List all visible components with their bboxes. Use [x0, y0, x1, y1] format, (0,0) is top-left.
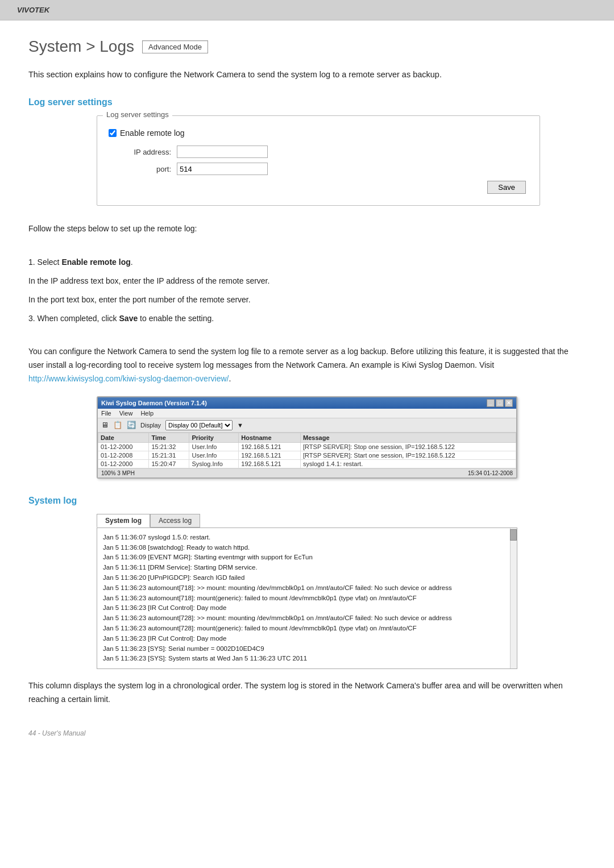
enable-remote-log-checkbox[interactable] [109, 129, 117, 137]
status-right: 15:34 01-12-2008 [468, 470, 513, 476]
cell-1-0: 01-12-2008 [98, 451, 149, 459]
steps-section: Follow the steps below to set up the rem… [28, 222, 586, 326]
toolbar-icon-1: 🖥 [101, 421, 109, 429]
kiwi-controls: _ □ ✕ [487, 399, 513, 407]
step2a: In the IP address text box, enter the IP… [28, 274, 586, 288]
log-line: Jan 5 11:36:08 [swatchdog]: Ready to wat… [103, 543, 511, 553]
close-button[interactable]: ✕ [505, 399, 513, 407]
log-line: Jan 5 11:36:23 automount[728]: >> mount:… [103, 613, 511, 624]
kiwi-titlebar: Kiwi Syslog Daemon (Version 7.1.4) _ □ ✕ [98, 397, 516, 409]
col-hostname: Hostname [239, 433, 301, 442]
log-line: Jan 5 11:36:23 automount[718]: >> mount:… [103, 583, 511, 593]
kiwi-table-container: Date Time Priority Hostname Message 01-1… [98, 433, 516, 468]
display-select[interactable]: Display 00 [Default] [165, 420, 233, 430]
ip-label: IP address: [109, 148, 177, 156]
cell-1-2: User.Info [189, 451, 239, 459]
port-input[interactable] [177, 163, 268, 175]
tab-access-log[interactable]: Access log [150, 514, 200, 528]
tab-system-log[interactable]: System log [97, 514, 150, 528]
kiwi-toolbar: 🖥 📋 🔄 Display Display 00 [Default] ▼ [98, 418, 516, 433]
table-row: 01-12-200815:21:31User.Info192.168.5.121… [98, 451, 516, 459]
log-line: Jan 5 11:36:23 automount[728]: mount(gen… [103, 624, 511, 634]
col-time: Time [149, 433, 189, 442]
para2-suffix: . [229, 374, 231, 383]
log-line: Jan 5 11:36:07 syslogd 1.5.0: restart. [103, 533, 511, 543]
brand-label: VIVOTEK [17, 6, 49, 14]
menu-view[interactable]: View [119, 410, 133, 417]
cell-0-4: [RTSP SERVER]: Stop one session, IP=192.… [301, 442, 516, 451]
step3: 3. When completed, click Save to enable … [28, 312, 586, 326]
kiwi-statusbar: 100% 3 MPH 15:34 01-12-2008 [98, 468, 516, 477]
log-server-box-title: Log server settings [103, 110, 172, 119]
col-message: Message [301, 433, 516, 442]
system-log-section: System log System log Access log Jan 5 1… [28, 496, 586, 670]
log-line: Jan 5 11:36:23 automount[718]: mount(gen… [103, 593, 511, 604]
cell-2-0: 01-12-2000 [98, 459, 149, 468]
cell-1-1: 15:21:31 [149, 451, 189, 459]
kiwi-window: Kiwi Syslog Daemon (Version 7.1.4) _ □ ✕… [97, 396, 517, 479]
footer-description: This column displays the system log in a… [28, 679, 586, 707]
step1: 1. Select Enable remote log. [28, 255, 586, 269]
minimize-button[interactable]: _ [487, 399, 495, 407]
page-footer: 44 - User's Manual [28, 729, 586, 737]
kiwi-table-body: 01-12-200015:21:32User.Info192.168.5.121… [98, 442, 516, 468]
para2: You can configure the Network Camera to … [28, 345, 586, 385]
log-tabs-container: System log Access log [97, 514, 517, 528]
log-content-box: Jan 5 11:36:07 syslogd 1.5.0: restart.Ja… [97, 528, 517, 670]
toolbar-icon-3: 🔄 [127, 421, 136, 429]
menu-help[interactable]: Help [140, 410, 154, 417]
log-line: Jan 5 11:36:20 [UPnPIGDCP]: Search IGD f… [103, 573, 511, 583]
kiwi-title: Kiwi Syslog Daemon (Version 7.1.4) [101, 400, 207, 406]
col-priority: Priority [189, 433, 239, 442]
top-bar: VIVOTEK [0, 0, 614, 20]
enable-remote-log-label: Enable remote log [120, 128, 185, 138]
cell-2-2: Syslog.Info [189, 459, 239, 468]
log-line: Jan 5 11:36:23 [IR Cut Control]: Day mod… [103, 603, 511, 613]
kiwi-menubar: File View Help [98, 409, 516, 418]
system-log-heading: System log [28, 496, 586, 506]
log-lines-container: Jan 5 11:36:07 syslogd 1.5.0: restart.Ja… [103, 533, 511, 665]
log-server-box: Log server settings Enable remote log IP… [97, 115, 540, 206]
table-row: 01-12-200015:20:47Syslog.Info192.168.5.1… [98, 459, 516, 468]
toolbar-icon-2: 📋 [113, 421, 122, 429]
cell-2-3: 192.168.5.121 [239, 459, 301, 468]
log-line: Jan 5 11:36:23 [SYS]: System starts at W… [103, 654, 511, 664]
log-line: Jan 5 11:36:23 [SYS]: Serial number = 00… [103, 644, 511, 654]
cell-2-1: 15:20:47 [149, 459, 189, 468]
ip-address-input[interactable] [177, 146, 268, 158]
display-label: Display [140, 422, 161, 429]
scrollbar-thumb[interactable] [510, 529, 517, 541]
cell-0-1: 15:21:32 [149, 442, 189, 451]
status-left: 100% 3 MPH [101, 470, 135, 476]
kiwi-link[interactable]: http://www.kiwisyslog.com/kiwi-syslog-da… [28, 374, 229, 383]
step2b: In the port text box, enter the port num… [28, 293, 586, 307]
kiwi-log-table: Date Time Priority Hostname Message 01-1… [98, 433, 516, 468]
intro-text: This section explains how to configure t… [28, 68, 586, 81]
cell-2-4: syslogd 1.4.1: restart. [301, 459, 516, 468]
log-server-heading: Log server settings [28, 97, 586, 107]
cell-1-3: 192.168.5.121 [239, 451, 301, 459]
log-tabs: System log Access log [97, 514, 517, 528]
menu-file[interactable]: File [101, 410, 111, 417]
port-row: port: [109, 163, 528, 175]
log-line: Jan 5 11:36:23 [IR Cut Control]: Day mod… [103, 634, 511, 644]
save-row: Save [109, 181, 528, 194]
ip-address-row: IP address: [109, 146, 528, 158]
cell-1-4: [RTSP SERVER]: Start one session, IP=192… [301, 451, 516, 459]
save-button[interactable]: Save [487, 181, 526, 194]
toolbar-dropdown-icon: ▼ [237, 422, 243, 429]
log-line: Jan 5 11:36:11 [DRM Service]: Starting D… [103, 563, 511, 573]
enable-remote-log-row: Enable remote log [109, 128, 528, 138]
table-row: 01-12-200015:21:32User.Info192.168.5.121… [98, 442, 516, 451]
cell-0-2: User.Info [189, 442, 239, 451]
log-line: Jan 5 11:36:09 [EVENT MGR]: Starting eve… [103, 553, 511, 563]
advanced-mode-button[interactable]: Advanced Mode [142, 40, 208, 53]
scrollbar[interactable] [510, 528, 517, 669]
cell-0-3: 192.168.5.121 [239, 442, 301, 451]
page-content: System > Logs Advanced Mode This section… [0, 20, 614, 760]
col-date: Date [98, 433, 149, 442]
restore-button[interactable]: □ [496, 399, 504, 407]
table-header-row: Date Time Priority Hostname Message [98, 433, 516, 442]
cell-0-0: 01-12-2000 [98, 442, 149, 451]
port-label: port: [109, 165, 177, 173]
